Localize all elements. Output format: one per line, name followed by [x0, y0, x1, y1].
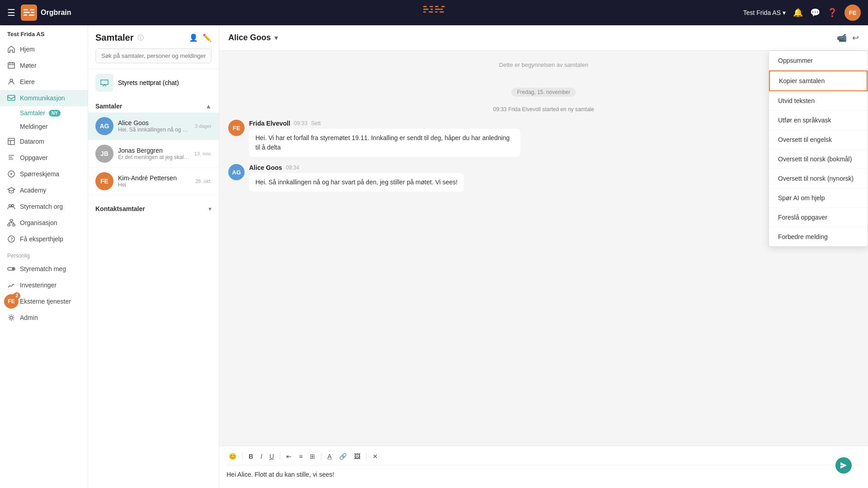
bold-button[interactable]: B — [246, 451, 255, 461]
conv-title-row: Samtaler ⓘ 👤 ✏️ — [95, 33, 212, 43]
samtaler-badge: NY — [49, 110, 61, 117]
message-header-alice: Alice Goos 09:34 — [249, 164, 859, 171]
svg-rect-26 — [8, 224, 10, 226]
context-menu-item-oversett-engelsk[interactable]: Oversett til engelsk — [769, 130, 868, 150]
sidebar-item-eiere[interactable]: Eiere — [0, 74, 88, 90]
sidebar-item-eksterne-tjenester[interactable]: FE 2 Eksterne tjenester — [0, 293, 88, 310]
company-selector[interactable]: Test Frida AS ▾ — [743, 9, 786, 16]
topbar-center — [423, 4, 445, 22]
chat-contact-dropdown[interactable]: ▾ — [274, 33, 278, 42]
conv-avatar-alice: AG — [95, 117, 113, 135]
external-icon: FE 2 — [7, 297, 15, 305]
message-row-frida: FE Frida Elvevoll 09:33 Sett Hei. Vi har… — [228, 120, 859, 157]
sidebar-item-oppgaver[interactable]: Oppgaver — [0, 150, 88, 166]
company-dropdown-icon: ▾ — [783, 9, 786, 16]
system-message: 09:33 Frida Elvevoll started en ny samta… — [228, 106, 859, 113]
topbar-right: Test Frida AS ▾ 🔔 💬 ❓ FE — [743, 5, 861, 21]
survey-icon — [7, 170, 15, 178]
context-menu-item-foresla-oppgaver[interactable]: Foreslå oppgaver — [769, 208, 868, 227]
home-icon — [7, 45, 15, 53]
video-call-icon[interactable]: 📹 — [837, 33, 847, 43]
sidebar-item-styrematch-meg[interactable]: Styrematch meg — [0, 261, 88, 277]
sidebar-item-datarom[interactable]: Datarom — [0, 133, 88, 150]
sidebar-item-organisasjon[interactable]: Organisasjon — [0, 215, 88, 231]
context-menu-item-kopier-samtalen[interactable]: Kopier samtalen — [769, 70, 868, 91]
conv-search-input[interactable] — [95, 48, 212, 63]
svg-rect-16 — [441, 6, 445, 7]
sidebar-item-kommunikasjon[interactable]: Kommunikasjon — [0, 90, 88, 106]
leave-chat-icon[interactable]: ↩ — [852, 33, 859, 43]
date-divider: Fredag, 15. november — [228, 88, 859, 95]
conv-profile-icon[interactable]: 👤 — [189, 33, 198, 42]
user-avatar[interactable]: FE — [844, 5, 861, 21]
sidebar-item-hjem[interactable]: Hjem — [0, 41, 88, 57]
conv-compose-icon[interactable]: ✏️ — [203, 33, 212, 42]
conv-section-kontakt-header[interactable]: Kontaktsamtaler ▾ — [88, 202, 219, 215]
conv-item-kim[interactable]: FE Kim-André Pettersen Hei 28. okt. — [88, 168, 219, 195]
sidebar-item-sporreskjema[interactable]: Spørreskjema — [0, 166, 88, 182]
list-ul-button[interactable]: ≡ — [297, 451, 305, 461]
composer-wrapper: Hei Alice. Flott at du kan stille, vi se… — [226, 469, 861, 483]
link-button[interactable]: 🔗 — [337, 451, 349, 461]
sidebar-sub-item-meldinger[interactable]: Meldinger — [20, 120, 88, 133]
sidebar-item-academy[interactable]: Academy — [0, 182, 88, 198]
message-avatar-frida: FE — [228, 120, 245, 136]
conv-section-samtaler-title: Samtaler — [95, 103, 122, 110]
context-menu-item-oversett-norsk-bokmal[interactable]: Oversett til norsk (bokmål) — [769, 150, 868, 169]
close-format-button[interactable]: ✕ — [370, 451, 380, 461]
owners-icon — [7, 78, 15, 86]
conv-section-samtaler: Samtaler ▲ AG Alice Goos Hei. Så innkall… — [88, 96, 219, 199]
indent-button[interactable]: ⇤ — [284, 451, 294, 461]
conv-info-jonas: Jonas Berggren Er det meningen at jeg sk… — [118, 147, 190, 160]
conv-group-label: Styrets nettprat (chat) — [118, 79, 179, 86]
conv-info-kim: Kim-André Pettersen Hei — [118, 174, 191, 188]
image-button[interactable]: 🖼 — [352, 451, 363, 461]
menu-icon[interactable]: ☰ — [7, 7, 15, 18]
send-button[interactable] — [835, 457, 852, 474]
conv-section-samtaler-header[interactable]: Samtaler ▲ — [88, 100, 219, 113]
chat-icon[interactable]: 💬 — [810, 8, 820, 18]
list-ol-button[interactable]: ⊞ — [307, 451, 317, 461]
sidebar-item-admin[interactable]: Admin — [0, 310, 88, 326]
logo-text: Orgbrain — [41, 9, 71, 17]
message-header-frida: Frida Elvevoll 09:33 Sett — [249, 120, 859, 127]
org-icon — [7, 219, 15, 227]
external-badge: 2 — [13, 292, 20, 299]
italic-button[interactable]: I — [258, 451, 264, 461]
expert-icon — [7, 235, 15, 243]
svg-rect-11 — [430, 9, 433, 10]
composer-text[interactable]: Hei Alice. Flott at du kan stille, vi se… — [226, 469, 861, 483]
chevron-up-icon: ▲ — [205, 103, 212, 110]
emoji-button[interactable]: 😊 — [226, 451, 239, 461]
sidebar-item-investeringer[interactable]: Investeringer — [0, 277, 88, 293]
context-menu-item-utfor-sprakkvask[interactable]: Utfør en språkvask — [769, 111, 868, 130]
svg-rect-12 — [429, 11, 433, 13]
svg-point-24 — [12, 205, 14, 207]
notifications-icon[interactable]: 🔔 — [793, 8, 803, 18]
conv-section-kontakt: Kontaktsamtaler ▾ — [88, 199, 219, 219]
context-menu-item-utvid-teksten[interactable]: Utvid teksten — [769, 91, 868, 111]
conv-panel: Samtaler ⓘ 👤 ✏️ Styrets nettprat (chat) … — [88, 25, 219, 488]
topbar-left: ☰ Orgbrain — [7, 5, 71, 21]
context-menu-item-oversett-norsk-nynorsk[interactable]: Oversett til norsk (nynorsk) — [769, 169, 868, 188]
message-bubble-frida: Hei. Vi har et forfall fra styremøtet 19… — [249, 129, 520, 157]
underline-button[interactable]: U — [267, 451, 276, 461]
sidebar-org-name: Test Frida AS — [0, 25, 88, 41]
conv-group-chat-item[interactable]: Styrets nettprat (chat) — [88, 69, 219, 96]
svg-rect-10 — [429, 6, 433, 7]
conv-info-alice: Alice Goos Hei. Så innkallingen nå og ha… — [118, 119, 190, 133]
help-icon[interactable]: ❓ — [827, 8, 837, 18]
svg-rect-21 — [8, 138, 14, 145]
svg-rect-25 — [10, 220, 13, 221]
context-menu-item-forbedre-melding[interactable]: Forbedre melding — [769, 227, 868, 246]
sidebar-item-moter[interactable]: Møter — [0, 57, 88, 74]
context-menu-item-spor-ai[interactable]: Spør AI om hjelp — [769, 188, 868, 208]
context-menu-item-oppsummer[interactable]: Oppsummer — [769, 51, 868, 70]
sidebar-sub-item-samtaler[interactable]: Samtaler NY — [20, 106, 88, 120]
text-color-button[interactable]: A — [325, 451, 334, 461]
sidebar-item-fa-eksperthjelp[interactable]: Få eksperthjelp — [0, 231, 88, 247]
conv-item-alice[interactable]: AG Alice Goos Hei. Så innkallingen nå og… — [88, 113, 219, 140]
conv-item-jonas[interactable]: JB Jonas Berggren Er det meningen at jeg… — [88, 140, 219, 168]
conv-section-kontakt-title: Kontaktsamtaler — [95, 205, 145, 212]
sidebar-item-styrematch-org[interactable]: Styrematch org — [0, 198, 88, 215]
